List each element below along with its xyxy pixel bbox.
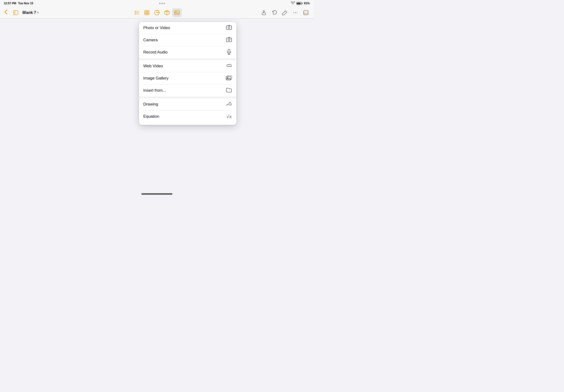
tab-chart-button[interactable] xyxy=(152,8,162,17)
status-bar: 12:57 PM Tue Nov 15 91% xyxy=(0,0,313,7)
menu-item-web-video-label: Web Video xyxy=(143,64,163,69)
svg-point-20 xyxy=(294,12,294,13)
menu-item-record-audio-label: Record Audio xyxy=(143,50,168,55)
more-button[interactable] xyxy=(291,8,300,17)
battery-percent: 91% xyxy=(304,2,310,5)
wifi-icon xyxy=(291,1,295,5)
annotate-button[interactable] xyxy=(280,8,290,17)
svg-rect-0 xyxy=(14,11,18,15)
menu-item-insert-from[interactable]: Insert from... xyxy=(139,84,236,97)
status-bar-right: 91% xyxy=(291,1,310,5)
menu-item-image-gallery[interactable]: Image Gallery xyxy=(139,72,236,84)
drawing-icon xyxy=(226,101,232,108)
svg-rect-17 xyxy=(175,11,179,14)
group-gap-2 xyxy=(139,97,236,98)
cloud-video-icon xyxy=(226,64,232,69)
svg-point-7 xyxy=(135,14,135,14)
menu-item-image-gallery-label: Image Gallery xyxy=(143,76,169,81)
svg-point-24 xyxy=(305,13,306,14)
toolbar-left: Blank 7 ▾ xyxy=(3,8,131,17)
tab-media-button[interactable] xyxy=(172,8,182,17)
insert-menu: Photo or Video Camera xyxy=(139,22,236,125)
svg-rect-23 xyxy=(304,11,308,15)
menu-item-record-audio[interactable]: Record Audio xyxy=(139,46,236,58)
tab-3d-button[interactable] xyxy=(162,8,172,17)
equation-icon: √x xyxy=(226,113,232,120)
svg-point-6 xyxy=(135,12,135,13)
menu-item-equation[interactable]: Equation √x xyxy=(139,111,236,123)
menu-group-web: Web Video Image Gallery xyxy=(139,60,236,97)
tab-list-button[interactable] xyxy=(132,8,141,17)
svg-rect-8 xyxy=(145,11,149,15)
main-content: Photo or Video Camera xyxy=(0,19,313,196)
menu-item-drawing-label: Drawing xyxy=(143,102,158,107)
menu-item-photo-video[interactable]: Photo or Video xyxy=(139,22,236,34)
undo-button[interactable] xyxy=(269,8,279,17)
toolbar: Blank 7 ▾ xyxy=(0,7,313,19)
tab-table-button[interactable] xyxy=(142,8,152,17)
home-indicator xyxy=(141,193,172,195)
photo-video-icon xyxy=(226,25,232,31)
svg-point-30 xyxy=(228,39,230,41)
toolbar-right xyxy=(183,8,311,17)
menu-item-photo-video-label: Photo or Video xyxy=(143,26,170,30)
svg-point-21 xyxy=(295,12,296,13)
menu-item-web-video[interactable]: Web Video xyxy=(139,60,236,72)
svg-point-22 xyxy=(297,12,297,13)
menu-item-insert-from-label: Insert from... xyxy=(143,88,166,93)
status-bar-center xyxy=(159,3,165,4)
doc-title[interactable]: Blank 7 ▾ xyxy=(22,11,39,15)
svg-point-5 xyxy=(135,11,135,11)
svg-point-31 xyxy=(230,38,231,39)
battery-icon xyxy=(296,2,303,5)
svg-rect-32 xyxy=(228,49,230,52)
menu-item-camera-label: Camera xyxy=(143,38,158,42)
menu-item-equation-label: Equation xyxy=(143,114,159,119)
sidebar-toggle-button[interactable] xyxy=(11,8,21,17)
svg-point-28 xyxy=(228,27,230,29)
menu-item-camera[interactable]: Camera xyxy=(139,34,236,46)
image-gallery-icon xyxy=(226,75,232,81)
svg-rect-27 xyxy=(226,26,232,30)
time: 12:57 PM xyxy=(4,2,16,5)
format-button[interactable] xyxy=(301,8,311,17)
doc-title-chevron: ▾ xyxy=(37,11,39,14)
svg-point-18 xyxy=(175,12,176,13)
date: Tue Nov 15 xyxy=(18,2,33,5)
folder-icon xyxy=(226,88,232,94)
svg-line-19 xyxy=(285,11,287,12)
menu-group-draw: Drawing Equation √x xyxy=(139,98,236,125)
toolbar-center xyxy=(132,8,182,17)
back-button[interactable] xyxy=(3,9,9,16)
group-gap-1 xyxy=(139,58,236,60)
menu-item-drawing[interactable]: Drawing xyxy=(139,98,236,110)
doc-title-text: Blank 7 xyxy=(22,11,36,15)
status-bar-left: 12:57 PM Tue Nov 15 xyxy=(4,2,33,5)
microphone-icon xyxy=(226,49,232,56)
menu-group-media: Photo or Video Camera xyxy=(139,22,236,58)
camera-icon xyxy=(226,37,232,43)
share-button[interactable] xyxy=(259,8,269,17)
